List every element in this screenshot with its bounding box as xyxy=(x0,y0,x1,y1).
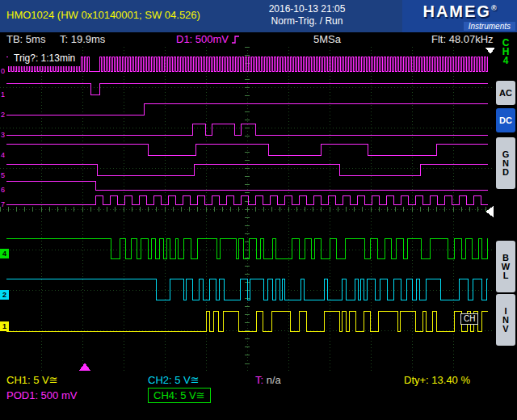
hameg-logo: HAMEG® Instruments xyxy=(402,0,517,32)
ch2-trace xyxy=(6,279,488,300)
coupling-gnd-button[interactable]: G N D xyxy=(496,137,515,189)
pod-d4 xyxy=(6,144,488,155)
ch4-readout: CH4: 5 V≅ xyxy=(148,388,211,403)
trigger-readout: T: n/a xyxy=(255,374,281,386)
ch4-trace-label: 4 xyxy=(2,250,6,258)
bandwidth-limit-button[interactable]: B W L xyxy=(496,241,515,292)
pod-d2-label: 2 xyxy=(1,111,5,119)
waveform-display: 01234567421 Trig?: 1:13min CH xyxy=(0,47,494,372)
pod-d0-label: 0 xyxy=(1,67,5,75)
coupling-dc-button[interactable]: DC xyxy=(496,108,515,132)
channel-overlay-label: CH xyxy=(460,313,478,325)
datetime: 2016-10-13 21:05 xyxy=(234,3,380,15)
pod-d6-label: 6 xyxy=(1,186,5,194)
menu-channel-title: C H 4 xyxy=(496,39,515,65)
ch1-readout: CH1: 5 V≅ xyxy=(6,374,58,386)
header-bar: HMO1024 (HW 0x10140001; SW 04.526) 2016-… xyxy=(0,0,517,32)
pod-d5-label: 5 xyxy=(1,171,5,179)
pod-d7 xyxy=(6,195,488,204)
trigger-time-readout: T: 19.9ms xyxy=(60,33,105,45)
rising-edge-icon xyxy=(231,34,240,44)
oscilloscope-screen: HMO1024 (HW 0x10140001; SW 04.526) 2016-… xyxy=(0,0,517,420)
pod1-readout: POD1: 500 mV xyxy=(6,389,77,401)
info-bar: TB: 5ms T: 19.9ms D1: 500mV 5MSa Flt: 48… xyxy=(0,32,494,47)
ch2-trace-label: 2 xyxy=(2,291,6,299)
pod-d3-label: 3 xyxy=(1,131,5,139)
pod-d4-label: 4 xyxy=(1,151,5,159)
brand-subtitle: Instruments xyxy=(464,22,515,31)
ch2-readout: CH2: 5 V≅ xyxy=(148,374,200,386)
timebase-readout: TB: 5ms xyxy=(6,33,45,45)
pod-d6 xyxy=(6,181,488,190)
duty-cycle-readout: Dty+: 13.40 % xyxy=(404,374,470,386)
invert-button[interactable]: I N V xyxy=(496,294,515,346)
status-bar: CH1: 5 V≅ CH2: 5 V≅ T: n/a Dty+: 13.40 %… xyxy=(0,372,517,420)
trigger-level-marker xyxy=(485,206,494,217)
filter-readout: Flt: 48.07kHz xyxy=(431,33,494,45)
registered-mark: ® xyxy=(491,4,497,12)
sample-rate-readout: 5MSa xyxy=(313,33,341,45)
softkey-menu: C H 4 AC DC G N D B W L I N V xyxy=(494,32,517,372)
device-info: HMO1024 (HW 0x10140001; SW 04.526) xyxy=(6,9,200,21)
pod-d1-label: 1 xyxy=(1,90,5,99)
trigger-info-label: Trig?: 1:13min xyxy=(8,50,81,66)
trigger-mode-status: Norm-Trig. / Run xyxy=(234,15,380,27)
ch1-trace-label: 1 xyxy=(2,322,6,330)
header-status-block: 2016-10-13 21:05 Norm-Trig. / Run xyxy=(234,3,380,27)
pod-d7-label: 7 xyxy=(1,200,5,208)
brand-text: HAMEG xyxy=(422,2,490,20)
trigger-readout-value: n/a xyxy=(267,374,281,386)
trigger-position-marker xyxy=(79,363,90,371)
brand-name: HAMEG® xyxy=(402,2,517,21)
trigger-source-readout: D1: 500mV xyxy=(176,33,240,45)
trigger-readout-label: T: xyxy=(255,374,263,386)
pod-d3 xyxy=(6,124,488,135)
coupling-ac-button[interactable]: AC xyxy=(496,81,515,105)
trigger-source-text: D1: 500mV xyxy=(176,33,229,45)
scope-grid-and-traces: 01234567421 xyxy=(0,47,494,372)
top-reference-marker xyxy=(485,48,494,54)
